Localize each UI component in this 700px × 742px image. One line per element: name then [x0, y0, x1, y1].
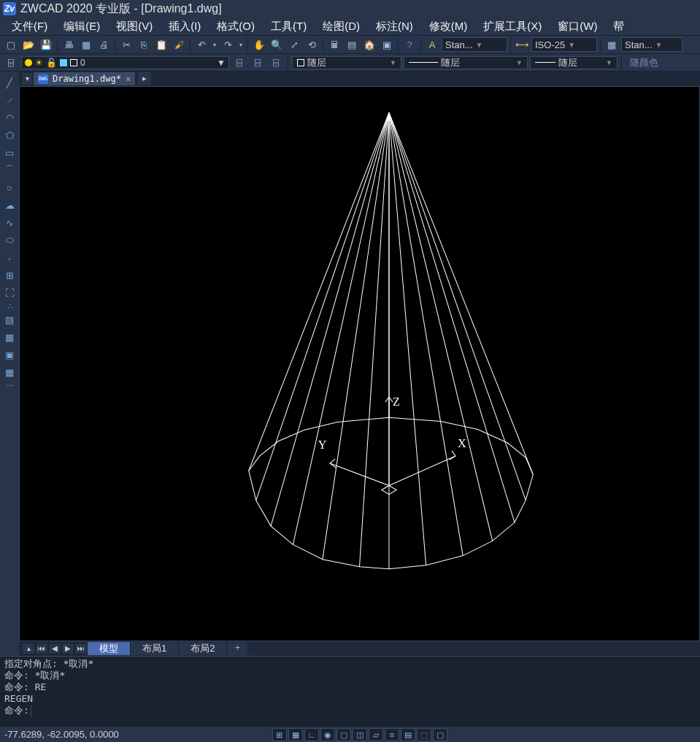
text-style-icon[interactable]: A	[424, 36, 440, 53]
arc-icon[interactable]: ◠	[1, 109, 18, 125]
dim-style-combo[interactable]: ISO-25 ▼	[531, 37, 597, 52]
text-style-combo[interactable]: Stan... ▼	[442, 37, 507, 52]
svg-line-10	[389, 112, 515, 522]
point-icon[interactable]: ∴	[8, 302, 12, 310]
revcloud-icon[interactable]: ☁	[1, 197, 18, 213]
drawing-content: X Y Z	[20, 87, 699, 633]
close-tab-icon[interactable]: ✕	[126, 74, 131, 84]
layout-nav-prev-start[interactable]: ⏮	[35, 643, 48, 654]
layout-tab-layout2[interactable]: 布局2	[179, 642, 227, 655]
match-prop-icon[interactable]: 🖌	[171, 36, 187, 53]
arc3p-icon[interactable]: ⌒	[1, 162, 18, 178]
layout-tab-layout1[interactable]: 布局1	[131, 642, 179, 655]
paste-icon[interactable]: 📋	[153, 36, 169, 53]
menu-format[interactable]: 格式(O)	[209, 18, 262, 35]
table-style-combo[interactable]: Stan... ▼	[621, 37, 682, 52]
menu-tools-ext[interactable]: 扩展工具(X)	[476, 18, 549, 35]
help-icon[interactable]: ?	[401, 36, 418, 53]
add-tab-button[interactable]: ▸	[138, 72, 151, 85]
dim-style-icon[interactable]: ⟷	[514, 36, 530, 53]
more-dots-icon[interactable]: ⋯	[7, 382, 13, 390]
menu-file[interactable]: 文件(F)	[4, 18, 55, 35]
ellipse-icon[interactable]: ⬭	[1, 232, 18, 248]
make-block-icon[interactable]: ⛶	[1, 285, 18, 301]
layout-tab-model[interactable]: 模型	[88, 642, 131, 655]
tab-menu-button[interactable]: ▾	[22, 73, 32, 85]
menu-draw[interactable]: 绘图(D)	[315, 18, 367, 35]
redo-drop-icon[interactable]: ▾	[237, 36, 245, 53]
undo-drop-icon[interactable]: ▾	[211, 36, 218, 53]
layout-nav-prev[interactable]: ◀	[48, 643, 61, 654]
polygon-icon[interactable]: ⬠	[1, 127, 18, 143]
save-icon[interactable]: 💾	[38, 36, 54, 53]
layer-states-icon[interactable]: ⌸	[231, 55, 247, 71]
copy-icon[interactable]: ⎘	[136, 36, 152, 53]
rectangle-icon[interactable]: ▭	[1, 144, 18, 161]
redo-icon[interactable]: ↷	[220, 36, 236, 53]
snap-toggle[interactable]: ⊞	[272, 728, 287, 741]
file-tab-active[interactable]: DWG Drawing1.dwg* ✕	[34, 72, 135, 85]
zoom-prev-icon[interactable]: ⟲	[304, 36, 320, 53]
layout-nav-first[interactable]: ▴	[22, 643, 35, 654]
layout-nav-next[interactable]: ▶	[61, 643, 74, 654]
ortho-toggle[interactable]: ∟	[304, 728, 319, 741]
table-style-icon[interactable]: ▦	[604, 36, 620, 53]
preview-icon[interactable]: ▦	[78, 36, 94, 53]
zoom-realtime-icon[interactable]: 🔍	[269, 36, 285, 53]
polar-toggle[interactable]: ◉	[320, 728, 335, 741]
undo-icon[interactable]: ↶	[193, 36, 209, 53]
cycle-toggle[interactable]: ▤	[401, 728, 415, 741]
circle-icon[interactable]: ○	[1, 179, 18, 196]
color-combo[interactable]: 随层 ▼	[292, 56, 401, 69]
layer-combo[interactable]: ☀ 🔓 0 ▼	[21, 56, 229, 69]
calc-icon[interactable]: 🖩	[326, 36, 342, 53]
tool-palettes-icon[interactable]: ▣	[379, 36, 395, 53]
hatch-icon[interactable]: ▨	[1, 312, 18, 328]
pan-icon[interactable]: ✋	[251, 36, 267, 53]
polyline-icon[interactable]: ⟋	[1, 92, 18, 108]
insert-block-icon[interactable]: ⊞	[1, 267, 18, 283]
layout-tab-add[interactable]: +	[227, 642, 247, 655]
grid-toggle[interactable]: ▦	[288, 728, 303, 741]
dyninput-toggle[interactable]: ▱	[369, 728, 383, 741]
menu-view[interactable]: 视图(V)	[109, 18, 160, 35]
open-icon[interactable]: 📂	[20, 36, 36, 53]
osnap-toggle[interactable]: ▢	[336, 728, 351, 741]
menu-help[interactable]: 帮	[606, 18, 631, 35]
ellipse-arc-icon[interactable]: ⬫	[1, 250, 18, 266]
properties-icon[interactable]: ▤	[344, 36, 360, 53]
lineweight-sample	[535, 62, 555, 63]
axis-z-label: Z	[393, 395, 400, 409]
model-toggle[interactable]: ⬚	[417, 728, 431, 741]
cut-icon[interactable]: ✂	[118, 36, 134, 53]
command-input[interactable]	[31, 706, 696, 716]
linetype-combo[interactable]: 随层 ▼	[404, 56, 528, 69]
gradient-icon[interactable]: ▦	[1, 329, 18, 345]
svg-line-16	[330, 463, 389, 485]
region-icon[interactable]: ▣	[1, 347, 18, 363]
menu-window[interactable]: 窗口(W)	[550, 18, 604, 35]
zoom-window-icon[interactable]: ⤢	[286, 36, 302, 53]
design-center-icon[interactable]: 🏠	[361, 36, 377, 53]
annotation-toggle[interactable]: ▢	[433, 728, 447, 741]
publish-icon[interactable]: 🖨	[96, 36, 112, 53]
new-icon[interactable]: ▢	[3, 36, 19, 53]
line-icon[interactable]: ╱	[1, 74, 18, 90]
table-icon[interactable]: ▦	[1, 364, 18, 380]
layer-properties-icon[interactable]: ⌸	[3, 55, 19, 71]
layer-iso-icon[interactable]: ⌸	[268, 55, 284, 71]
menu-modify[interactable]: 修改(M)	[422, 18, 475, 35]
menu-insert[interactable]: 插入(I)	[161, 18, 208, 35]
menu-dimension[interactable]: 标注(N)	[369, 18, 420, 35]
otrack-toggle[interactable]: ◫	[353, 728, 367, 741]
layout-nav-last[interactable]: ⏭	[74, 643, 88, 654]
text-style-value: Stan...	[445, 39, 473, 50]
drawing-canvas[interactable]: X Y Z	[19, 86, 700, 641]
menu-tools[interactable]: 工具(T)	[264, 18, 314, 35]
lineweight-combo[interactable]: 随层 ▼	[530, 56, 618, 69]
spline-icon[interactable]: ∿	[1, 215, 18, 231]
menu-edit[interactable]: 编辑(E)	[56, 18, 107, 35]
lwt-toggle[interactable]: ≡	[385, 728, 399, 741]
layer-prev-icon[interactable]: ⌸	[250, 55, 266, 71]
print-icon[interactable]: 🖶	[61, 36, 77, 53]
